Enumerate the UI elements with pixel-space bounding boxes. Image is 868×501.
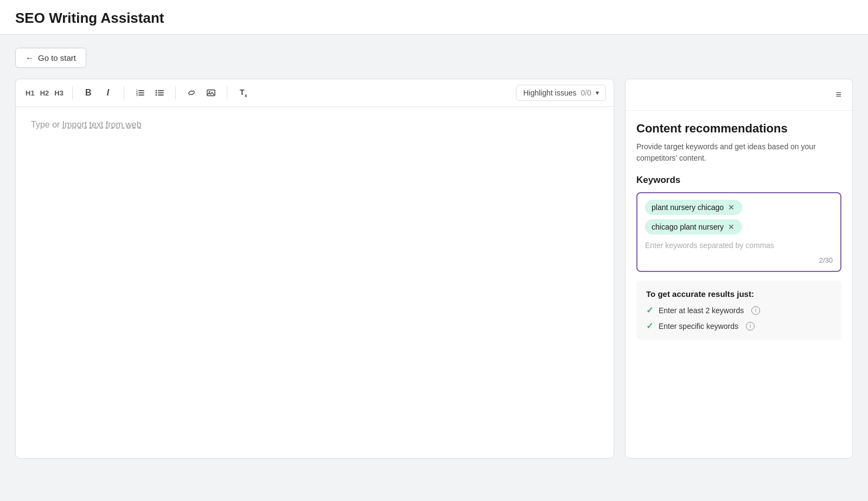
editor-body[interactable]: Type or Import text from web bbox=[16, 107, 614, 433]
keyword-tag-1: plant nursery chicago ✕ bbox=[645, 200, 742, 215]
h3-button[interactable]: H3 bbox=[52, 85, 66, 101]
keyword-tag-2: chicago plant nursery ✕ bbox=[645, 219, 742, 234]
arrow-left-icon: ← bbox=[25, 53, 34, 62]
editor-toolbar: H1 H2 H3 B I 1 bbox=[16, 79, 614, 107]
svg-point-8 bbox=[155, 94, 157, 96]
tip-text-1: Enter at least 2 keywords bbox=[659, 306, 744, 315]
sidebar-body: Content recommendations Provide target k… bbox=[626, 111, 852, 351]
tip-item-1: ✓ Enter at least 2 keywords i bbox=[646, 305, 832, 315]
keyword-tag-1-remove[interactable]: ✕ bbox=[727, 204, 736, 211]
tip-info-icon-2[interactable]: i bbox=[746, 322, 755, 331]
go-to-start-btn[interactable]: ← Go to start bbox=[15, 48, 86, 68]
clear-format-button[interactable]: Tx bbox=[234, 85, 253, 101]
import-text-link[interactable]: Import text from web bbox=[62, 120, 142, 129]
go-to-start-button[interactable]: ← Go to start bbox=[15, 48, 853, 68]
tip-check-icon-2: ✓ bbox=[646, 321, 653, 331]
highlight-issues-dropdown[interactable]: Highlight issues 0/0 ▾ bbox=[516, 85, 606, 101]
keyword-tag-1-text: plant nursery chicago bbox=[652, 203, 724, 212]
keywords-input-box[interactable]: plant nursery chicago ✕ chicago plant nu… bbox=[636, 192, 841, 272]
placeholder-text-start: Type or bbox=[31, 120, 62, 129]
highlight-count: 0/0 bbox=[581, 88, 591, 97]
sidebar-menu-button[interactable]: ≡ bbox=[833, 87, 844, 103]
keyword-tag-2-text: chicago plant nursery bbox=[652, 223, 724, 231]
keyword-tag-2-remove[interactable]: ✕ bbox=[727, 223, 736, 231]
ordered-list-button[interactable]: 1 2 3 bbox=[131, 85, 149, 101]
separator-1 bbox=[72, 86, 73, 99]
editor-panel: H1 H2 H3 B I 1 bbox=[15, 79, 614, 459]
keywords-label: Keywords bbox=[636, 175, 841, 186]
tip-text-2: Enter specific keywords bbox=[659, 322, 738, 331]
separator-3 bbox=[175, 86, 176, 99]
chevron-down-icon: ▾ bbox=[596, 89, 599, 97]
hamburger-icon: ≡ bbox=[835, 89, 841, 100]
page-content: ← Go to start H1 H2 H3 B I bbox=[0, 35, 868, 472]
page-header: SEO Writing Assistant bbox=[0, 0, 868, 35]
tip-item-2: ✓ Enter specific keywords i bbox=[646, 321, 832, 331]
svg-text:3: 3 bbox=[136, 93, 138, 97]
h1-button[interactable]: H1 bbox=[23, 85, 37, 101]
separator-2 bbox=[124, 86, 124, 99]
editor-placeholder: Type or Import text from web bbox=[31, 120, 598, 130]
heading-group: H1 H2 H3 bbox=[23, 85, 66, 101]
insert-group bbox=[182, 85, 220, 101]
text-format-group: B I bbox=[79, 85, 117, 101]
sidebar-panel: ≡ Content recommendations Provide target… bbox=[625, 79, 853, 459]
go-to-start-label: Go to start bbox=[38, 53, 76, 62]
image-button[interactable] bbox=[202, 85, 220, 101]
sidebar-header: ≡ bbox=[626, 79, 852, 111]
content-rec-desc: Provide target keywords and get ideas ba… bbox=[636, 141, 841, 164]
keywords-tags-row: plant nursery chicago ✕ chicago plant nu… bbox=[645, 200, 833, 234]
svg-point-7 bbox=[155, 92, 157, 94]
link-button[interactable] bbox=[182, 85, 201, 101]
h2-button[interactable]: H2 bbox=[38, 85, 52, 101]
tips-box: To get accurate results just: ✓ Enter at… bbox=[636, 281, 841, 340]
main-area: H1 H2 H3 B I 1 bbox=[15, 79, 853, 459]
svg-point-6 bbox=[155, 90, 157, 92]
svg-point-13 bbox=[209, 91, 210, 93]
list-group: 1 2 3 bbox=[131, 85, 169, 101]
italic-button[interactable]: I bbox=[99, 85, 117, 101]
clear-format-icon: Tx bbox=[240, 88, 247, 98]
tips-title: To get accurate results just: bbox=[646, 289, 832, 299]
unordered-list-button[interactable] bbox=[150, 85, 169, 101]
bold-button[interactable]: B bbox=[79, 85, 98, 101]
highlight-issues-label: Highlight issues bbox=[523, 88, 576, 97]
tip-info-icon-1[interactable]: i bbox=[751, 306, 760, 315]
page-title: SEO Writing Assistant bbox=[15, 10, 853, 27]
separator-4 bbox=[227, 86, 227, 99]
content-rec-title: Content recommendations bbox=[636, 122, 841, 136]
keyword-counter: 2/30 bbox=[645, 256, 833, 264]
keyword-input-placeholder: Enter keywords separated by commas bbox=[645, 240, 833, 251]
tip-check-icon-1: ✓ bbox=[646, 305, 653, 315]
